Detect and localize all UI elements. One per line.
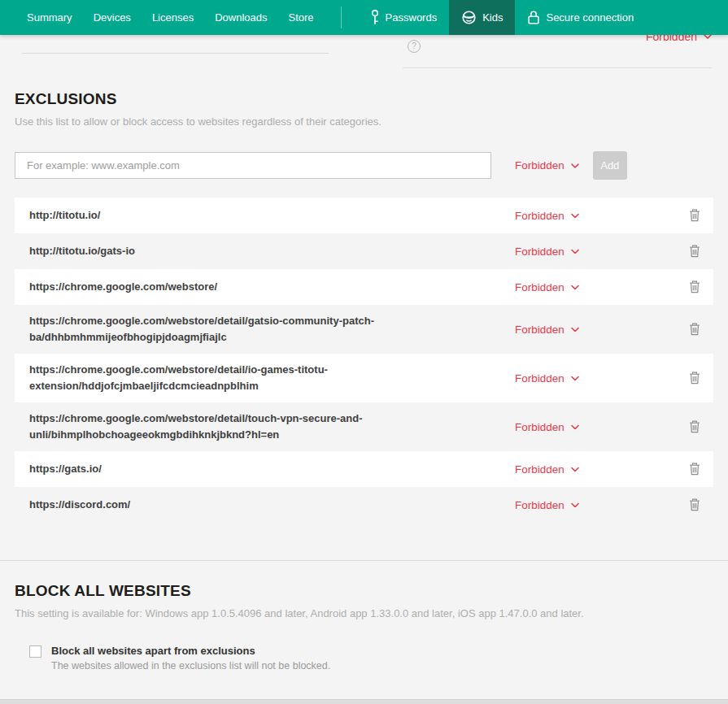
- exclusion-row: https://chrome.google.com/webstore/detai…: [15, 354, 713, 402]
- chevron-down-icon: [571, 376, 579, 380]
- block-all-subtitle: This setting is available for: Windows a…: [15, 607, 713, 619]
- exclusion-row: https://gats.io/ Forbidden: [15, 451, 713, 487]
- nav-divider: [341, 7, 342, 28]
- tab-label: Devices: [94, 11, 131, 24]
- row-action-label: Forbidden: [515, 499, 565, 511]
- row-url: http://titotu.io/gats-io: [29, 243, 135, 259]
- row-action-dropdown[interactable]: Forbidden: [515, 499, 579, 511]
- tab-label: Store: [289, 11, 314, 24]
- exclusions-subtitle: Use this list to allow or block access t…: [15, 115, 713, 128]
- tab-label: Kids: [482, 11, 503, 24]
- chevron-down-icon: [571, 327, 579, 332]
- chevron-down-icon: [571, 424, 579, 429]
- delete-exclusion-button[interactable]: [687, 419, 702, 435]
- tab-passwords[interactable]: Passwords: [358, 0, 450, 35]
- tab-label: Licenses: [152, 11, 194, 24]
- row-url: http://titotu.io/: [29, 207, 100, 224]
- row-action-dropdown[interactable]: Forbidden: [515, 463, 579, 476]
- row-action-dropdown[interactable]: Forbidden: [515, 210, 579, 222]
- chevron-down-icon: [571, 163, 579, 168]
- row-action-label: Forbidden: [515, 421, 565, 433]
- exclusion-row: https://chrome.google.com/webstore/ Forb…: [15, 269, 713, 305]
- row-action-dropdown[interactable]: Forbidden: [515, 324, 579, 336]
- block-all-checkbox[interactable]: [29, 645, 41, 658]
- chevron-down-icon: [571, 502, 579, 507]
- exclusion-row: https://discord.com/ Forbidden: [15, 487, 713, 523]
- delete-exclusion-button[interactable]: [687, 497, 702, 513]
- exclusion-row: https://chrome.google.com/webstore/detai…: [15, 305, 713, 354]
- new-exclusion-action-dropdown[interactable]: Forbidden: [515, 159, 579, 172]
- delete-exclusion-button[interactable]: [687, 243, 702, 259]
- block-all-checkbox-hint: The websites allowed in the exclusions l…: [51, 660, 330, 671]
- row-action-label: Forbidden: [515, 210, 565, 222]
- tab-kids[interactable]: Kids: [449, 0, 515, 35]
- tab-summary[interactable]: Summary: [16, 0, 83, 35]
- divider-line: [22, 53, 329, 54]
- delete-exclusion-button[interactable]: [687, 279, 702, 295]
- exclusion-url-input[interactable]: [15, 152, 491, 179]
- exclusion-row: https://chrome.google.com/webstore/detai…: [15, 402, 713, 451]
- key-icon: [370, 9, 380, 26]
- row-url: https://chrome.google.com/webstore/detai…: [29, 362, 473, 394]
- row-action-label: Forbidden: [515, 246, 565, 258]
- delete-exclusion-button[interactable]: [687, 321, 702, 337]
- trash-icon: [689, 209, 700, 222]
- chevron-down-icon: [571, 467, 579, 472]
- chevron-down-icon: [571, 285, 579, 289]
- row-action-dropdown[interactable]: Forbidden: [515, 246, 579, 258]
- row-action-label: Forbidden: [515, 463, 565, 476]
- kid-face-icon: [461, 10, 477, 25]
- delete-exclusion-button[interactable]: [687, 207, 702, 224]
- tab-downloads[interactable]: Downloads: [204, 0, 277, 35]
- tab-label: Secure connection: [546, 11, 634, 24]
- delete-exclusion-button[interactable]: [687, 370, 702, 386]
- tab-store[interactable]: Store: [278, 0, 325, 35]
- new-exclusion-action-label: Forbidden: [515, 159, 565, 172]
- trash-icon: [689, 280, 700, 293]
- tab-licenses[interactable]: Licenses: [142, 0, 204, 35]
- tab-label: Summary: [27, 11, 72, 24]
- row-url: https://chrome.google.com/webstore/detai…: [29, 313, 473, 345]
- trash-icon: [689, 498, 700, 511]
- row-action-label: Forbidden: [515, 324, 565, 336]
- chevron-down-icon: [571, 249, 579, 254]
- tab-label: Downloads: [215, 11, 267, 24]
- trash-icon: [689, 323, 700, 336]
- exclusions-section: EXCLUSIONS Use this list to allow or blo…: [0, 35, 728, 180]
- trash-icon: [689, 420, 700, 433]
- delete-exclusion-button[interactable]: [687, 461, 702, 477]
- horizontal-scrollbar-track[interactable]: [0, 699, 728, 704]
- lock-icon: [527, 10, 540, 25]
- chevron-down-icon: [571, 213, 579, 218]
- row-action-label: Forbidden: [515, 372, 565, 385]
- row-action-dropdown[interactable]: Forbidden: [515, 372, 579, 385]
- row-url: https://gats.io/: [29, 461, 102, 477]
- add-button[interactable]: Add: [593, 151, 627, 180]
- divider-line: [403, 67, 712, 68]
- exclusion-row: http://titotu.io/ Forbidden: [15, 198, 713, 233]
- row-action-dropdown[interactable]: Forbidden: [515, 421, 579, 433]
- exclusions-list: http://titotu.io/ Forbidden http://titot…: [15, 198, 713, 523]
- tab-secure-connection[interactable]: Secure connection: [515, 0, 646, 35]
- row-action-dropdown[interactable]: Forbidden: [515, 281, 579, 293]
- tab-devices[interactable]: Devices: [83, 0, 142, 35]
- row-action-label: Forbidden: [515, 281, 565, 293]
- block-all-section: BLOCK ALL WEBSITES This setting is avail…: [0, 561, 728, 671]
- block-all-checkbox-row: Block all websites apart from exclusions…: [29, 645, 713, 671]
- help-icon[interactable]: ?: [408, 40, 421, 53]
- trash-icon: [689, 463, 700, 476]
- row-url: https://discord.com/: [29, 497, 130, 513]
- tab-label: Passwords: [386, 11, 438, 24]
- add-exclusion-form: Forbidden Add: [15, 151, 713, 180]
- trash-icon: [689, 245, 700, 258]
- exclusion-row: http://titotu.io/gats-io Forbidden: [15, 233, 713, 269]
- row-url: https://chrome.google.com/webstore/detai…: [29, 411, 473, 443]
- block-all-title: BLOCK ALL WEBSITES: [15, 561, 713, 600]
- exclusions-title: EXCLUSIONS: [15, 35, 713, 108]
- trash-icon: [689, 372, 700, 385]
- top-nav: Summary Devices Licenses Downloads Store…: [0, 0, 728, 35]
- row-url: https://chrome.google.com/webstore/: [29, 279, 217, 295]
- block-all-checkbox-label[interactable]: Block all websites apart from exclusions: [51, 645, 330, 657]
